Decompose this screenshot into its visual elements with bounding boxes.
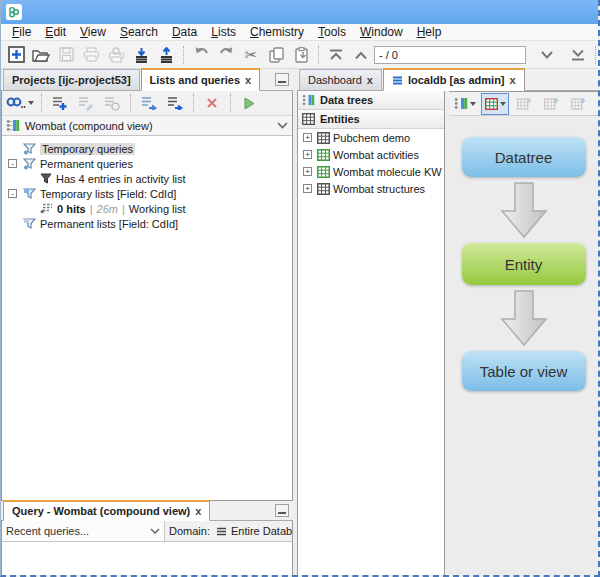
copy-button[interactable] (264, 44, 288, 66)
view-selector[interactable]: Wombat (compound view) (2, 116, 292, 136)
run-query-button[interactable] (237, 92, 261, 114)
promote-entity-button[interactable] (593, 93, 600, 115)
working-list-icon (40, 203, 53, 214)
tree-item-permanent-queries[interactable]: - Permanent queries (6, 156, 292, 171)
expand-icon[interactable]: + (303, 184, 312, 193)
print-button[interactable] (79, 44, 103, 66)
menu-tools[interactable]: Tools (311, 25, 353, 39)
separator: | (122, 203, 125, 215)
move-list-button[interactable] (163, 92, 187, 114)
list-icon (216, 527, 227, 536)
tree-item-permanent-lists[interactable]: Permanent lists [Field: CdId] (6, 216, 292, 231)
right-tab-row: Dashboard x localdb [as admin] x (297, 69, 598, 91)
entity-row-pubchem[interactable]: + Pubchem demo (298, 129, 444, 146)
tree-item-working-list[interactable]: 0 hits | 26m | Working list (6, 201, 292, 216)
lists-toolbar (2, 91, 292, 116)
tree-item-activity-query[interactable]: Has 4 entries in activity list (6, 171, 292, 186)
close-icon[interactable]: x (367, 75, 373, 86)
entities-view-button[interactable] (481, 93, 509, 115)
save-button[interactable] (54, 44, 78, 66)
left-tab-row: Projects [ijc-project53] Lists and queri… (1, 69, 293, 91)
go-next-button[interactable] (535, 44, 559, 66)
new-datatree-button[interactable] (452, 93, 478, 115)
minimize-button[interactable] (275, 73, 289, 86)
close-icon[interactable]: x (195, 506, 201, 517)
go-previous-button[interactable] (349, 44, 373, 66)
close-icon[interactable]: x (510, 75, 516, 86)
recent-queries-dropdown[interactable]: Recent queries... (2, 521, 165, 541)
tab-query-wombat[interactable]: Query - Wombat (compound view) x (3, 500, 210, 521)
section-data-trees[interactable]: Data trees (298, 91, 444, 110)
entity-row-wombat-molecule-kw[interactable]: + Wombat molecule KW (298, 163, 444, 180)
new-button[interactable] (4, 44, 28, 66)
menu-window[interactable]: Window (353, 25, 410, 39)
entity-row-wombat-structures[interactable]: + Wombat structures (298, 180, 444, 197)
edit-list-button[interactable] (74, 92, 98, 114)
menu-file[interactable]: File (5, 25, 38, 39)
tab-localdb[interactable]: localdb [as admin] x (383, 68, 525, 91)
tree-item-label: Has 4 entries in activity list (56, 173, 186, 185)
copy-list-button[interactable] (137, 92, 161, 114)
expand-icon[interactable]: + (303, 133, 312, 142)
menu-search[interactable]: Search (113, 25, 165, 39)
expand-icon[interactable]: + (303, 167, 312, 176)
query-edit-area[interactable] (1, 541, 293, 576)
query-toolbar: Recent queries... Domain: Entire Databa (1, 521, 293, 541)
manage-lists-button[interactable] (100, 92, 124, 114)
redo-button[interactable] (214, 44, 238, 66)
menu-chemistry[interactable]: Chemistry (243, 25, 311, 39)
export-button[interactable] (154, 44, 178, 66)
minimize-icon (278, 81, 286, 83)
new-list-button[interactable] (48, 92, 72, 114)
diagram-node-label: Table or view (480, 363, 568, 380)
minimize-icon (278, 512, 286, 514)
menu-view[interactable]: View (73, 25, 113, 39)
menu-data[interactable]: Data (165, 25, 204, 39)
tab-projects[interactable]: Projects [ijc-project53] (3, 69, 140, 90)
app-logo-icon (6, 4, 22, 20)
close-icon[interactable]: x (245, 75, 251, 86)
new-entity-structure-button[interactable] (539, 93, 563, 115)
domain-selector[interactable]: Entire Databa (214, 525, 292, 537)
print-preview-button[interactable] (104, 44, 128, 66)
minimize-button[interactable] (275, 504, 289, 517)
go-first-button[interactable] (324, 44, 348, 66)
domain-value: Entire Databa (231, 525, 292, 537)
tree-item-temporary-queries[interactable]: Temporary queries (6, 141, 292, 156)
collapse-icon[interactable]: - (8, 189, 17, 198)
delete-list-button[interactable] (200, 92, 224, 114)
entity-label: Wombat activities (333, 149, 419, 161)
section-entities[interactable]: Entities (298, 110, 444, 129)
title-bar (1, 0, 598, 24)
menu-help[interactable]: Help (410, 25, 449, 39)
record-position-field[interactable] (374, 46, 526, 64)
import-button[interactable] (129, 44, 153, 66)
menu-lists[interactable]: Lists (204, 25, 243, 39)
query-widget-button[interactable] (5, 92, 35, 114)
tree-item-temporary-lists[interactable]: - Temporary lists [Field: CdId] (6, 186, 292, 201)
tree-item-label: Permanent queries (40, 158, 133, 170)
working-list-age: 26m (97, 203, 118, 215)
open-button[interactable] (29, 44, 53, 66)
new-entity-button[interactable] (512, 93, 536, 115)
expand-icon[interactable]: + (303, 150, 312, 159)
schema-canvas: Datatree Entity Table o (449, 116, 598, 576)
down-arrow-shape (500, 181, 548, 239)
entity-grid-icon (317, 183, 330, 195)
paste-button[interactable] (289, 44, 313, 66)
entity-row-wombat-activities[interactable]: + Wombat activities (298, 146, 444, 163)
new-entity-data-button[interactable] (566, 93, 590, 115)
tree-item-label: Permanent lists [Field: CdId] (40, 218, 178, 230)
entity-label: Wombat molecule KW (333, 166, 442, 178)
undo-button[interactable] (189, 44, 213, 66)
tab-dashboard[interactable]: Dashboard x (299, 69, 382, 90)
entity-label: Wombat structures (333, 183, 425, 195)
menu-edit[interactable]: Edit (38, 25, 73, 39)
schema-toolbar (449, 92, 598, 116)
tab-lists-and-queries[interactable]: Lists and queries x (141, 68, 261, 91)
left-panel: Projects [ijc-project53] Lists and queri… (1, 69, 293, 576)
cut-button[interactable]: ✂ (239, 44, 263, 66)
go-last-button[interactable] (566, 44, 590, 66)
collapse-icon[interactable]: - (8, 159, 17, 168)
grid-icon (302, 113, 315, 125)
